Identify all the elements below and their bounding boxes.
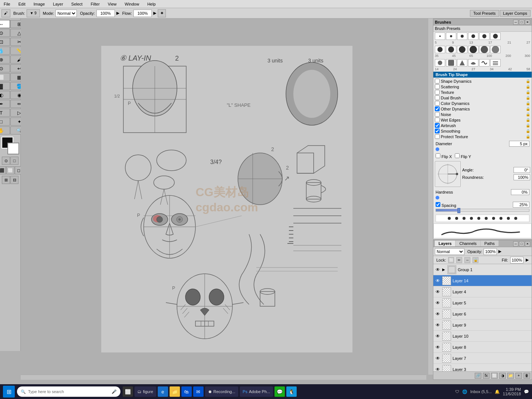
brush-special-6[interactable] — [490, 59, 501, 66]
brush-size-21[interactable] — [479, 33, 490, 40]
canvas-vscroll[interactable] — [428, 18, 433, 375]
taskbar-app-recording[interactable]: ⏺ Recording... — [205, 386, 238, 397]
spacing-checkbox-label[interactable]: Spacing — [436, 202, 456, 208]
layer-eye-layer6[interactable]: 👁 — [435, 311, 441, 317]
brush-size-13[interactable] — [457, 33, 467, 40]
taskbar-icon-qq[interactable]: 🐧 — [286, 386, 297, 397]
taskbar-app-figure[interactable]: 🗂 figure — [134, 386, 156, 397]
wet-edges-label[interactable]: Wet Edges — [435, 117, 461, 122]
layer-delete-btn[interactable]: 🗑 — [524, 373, 530, 379]
screen-mode-btn2[interactable]: ⬜ — [6, 166, 14, 174]
flow-input[interactable] — [133, 10, 152, 17]
layer-eye-layer3[interactable]: 👁 — [435, 366, 441, 372]
layer-eye-layer9[interactable]: 👁 — [435, 322, 441, 328]
opacity-layers-input[interactable] — [484, 248, 497, 255]
brushes-minimize-btn[interactable]: ─ — [513, 20, 518, 25]
layer-eye-layer5[interactable]: 👁 — [435, 300, 441, 306]
airbrush-label[interactable]: Airbrush — [435, 123, 456, 128]
standard-mode[interactable]: □ — [10, 157, 18, 165]
lock-image-btn[interactable]: ✏ — [456, 257, 462, 263]
layers-restore-btn[interactable]: □ — [519, 241, 524, 246]
blend-mode-select[interactable]: Normal — [435, 248, 464, 255]
layer-item-layer7[interactable]: 👁 Layer 7 — [433, 353, 532, 364]
shape-dynamics-check[interactable] — [435, 79, 440, 83]
roundness-input[interactable] — [514, 174, 530, 180]
brush-special-5[interactable] — [479, 59, 490, 66]
brushes-close-btn[interactable]: ✕ — [525, 20, 530, 25]
brush-size-17[interactable] — [468, 33, 478, 40]
taskbar-icon-ie[interactable]: e — [158, 386, 168, 397]
layers-minimize-btn[interactable]: ─ — [513, 241, 518, 246]
layer-item-layer10[interactable]: 👁 Layer 10 — [433, 331, 532, 342]
tab-channels[interactable]: Channels — [456, 241, 480, 246]
extra-tool-2[interactable]: ⊟ — [10, 176, 18, 184]
tab-layer-comps[interactable]: Layer Comps — [500, 10, 531, 17]
other-dynamics-label[interactable]: Other Dynamics — [435, 106, 470, 111]
layer-fx-btn[interactable]: fx — [483, 373, 490, 379]
scattering-label[interactable]: Scattering — [435, 84, 459, 89]
taskbar-icon-folder[interactable]: 📁 — [170, 386, 180, 397]
opacity-input[interactable] — [96, 10, 115, 17]
screen-mode-btn[interactable]: ⬛ — [0, 166, 6, 174]
noise-check[interactable] — [435, 112, 440, 117]
brush-special-4[interactable] — [468, 59, 478, 66]
brush-size-27[interactable] — [490, 33, 501, 40]
brush-special-2[interactable] — [446, 59, 456, 66]
airbrush-toggle[interactable]: ✦ — [158, 9, 166, 17]
fill-input[interactable] — [510, 257, 524, 263]
layer-item-layer8[interactable]: 👁 Layer 8 — [433, 342, 532, 353]
flip-x-label[interactable]: Flip X — [436, 153, 452, 159]
layer-item-layer9[interactable]: 👁 Layer 9 — [433, 320, 532, 331]
layer-new-btn[interactable]: + — [515, 373, 522, 379]
spacing-input[interactable] — [513, 202, 529, 208]
layer-item-layer14[interactable]: 👁 Layer 14 — [433, 275, 532, 286]
brush-tip-shape-label[interactable]: Brush Tip Shape — [433, 72, 532, 78]
menu-filter[interactable]: Filter — [88, 1, 102, 7]
menu-window[interactable]: Window — [123, 1, 141, 7]
angle-input[interactable] — [514, 167, 530, 173]
layers-close-btn[interactable]: ✕ — [525, 241, 530, 246]
rectangle-tool[interactable]: □ — [0, 117, 10, 126]
layer-item-layer6[interactable]: 👁 Layer 6 — [433, 308, 532, 320]
layer-item-group1[interactable]: 👁 ▶ Group 1 — [433, 264, 532, 275]
brush-size-35[interactable] — [435, 46, 445, 53]
tab-layers[interactable]: Layers — [435, 241, 456, 246]
protect-texture-label[interactable]: Protect Texture — [435, 134, 468, 139]
smoothing-check[interactable] — [435, 129, 440, 133]
dodge-tool[interactable]: ◐ — [0, 91, 10, 99]
dual-brush-label[interactable]: Dual Brush — [435, 95, 461, 100]
shape-dynamics-label[interactable]: Shape Dynamics — [435, 79, 471, 83]
other-dynamics-check[interactable] — [435, 106, 440, 111]
diameter-input[interactable] — [509, 141, 529, 147]
extra-tool-1[interactable]: ⊞ — [2, 176, 10, 184]
menu-view[interactable]: View — [106, 1, 119, 7]
brush-size-300[interactable] — [490, 46, 501, 53]
airbrush-check[interactable] — [435, 123, 440, 128]
group-arrow-group1[interactable]: ▶ — [442, 267, 445, 272]
layer-mask-btn[interactable]: ⬜ — [491, 373, 498, 379]
spot-heal-tool[interactable]: ⊕ — [0, 55, 10, 64]
texture-check[interactable] — [435, 90, 440, 95]
tab-paths[interactable]: Paths — [481, 241, 499, 246]
dual-brush-check[interactable] — [435, 95, 440, 100]
move-tool[interactable]: ↔ — [0, 20, 10, 28]
layer-eye-layer7[interactable]: 👁 — [435, 355, 441, 361]
task-view-btn[interactable]: ⬜ — [123, 386, 133, 397]
lock-position-btn[interactable]: ↔ — [464, 257, 470, 263]
eraser-tool[interactable]: ⬜ — [0, 73, 10, 81]
quick-mask-mode[interactable]: ⊙ — [2, 157, 10, 165]
pen-tool[interactable]: ✒ — [0, 100, 10, 108]
lock-transparent-btn[interactable]: ⬜ — [448, 257, 454, 263]
menu-layer[interactable]: Layer — [51, 1, 65, 7]
brush-special-1[interactable] — [435, 59, 445, 66]
brush-size-100[interactable] — [468, 46, 478, 53]
brush-size-200[interactable] — [479, 46, 490, 53]
clock[interactable]: 1:39 PM 11/6/2018 — [503, 387, 521, 396]
wet-edges-check[interactable] — [435, 117, 440, 122]
taskbar-icon-wechat[interactable]: 💬 — [274, 386, 285, 397]
layer-link-btn[interactable]: 🔗 — [475, 373, 481, 379]
layer-group-btn[interactable]: 📁 — [507, 373, 514, 379]
mode-select[interactable]: Normal — [55, 10, 77, 17]
hand-tool[interactable]: ✋ — [0, 126, 10, 134]
menu-file[interactable]: File — [1, 1, 13, 7]
